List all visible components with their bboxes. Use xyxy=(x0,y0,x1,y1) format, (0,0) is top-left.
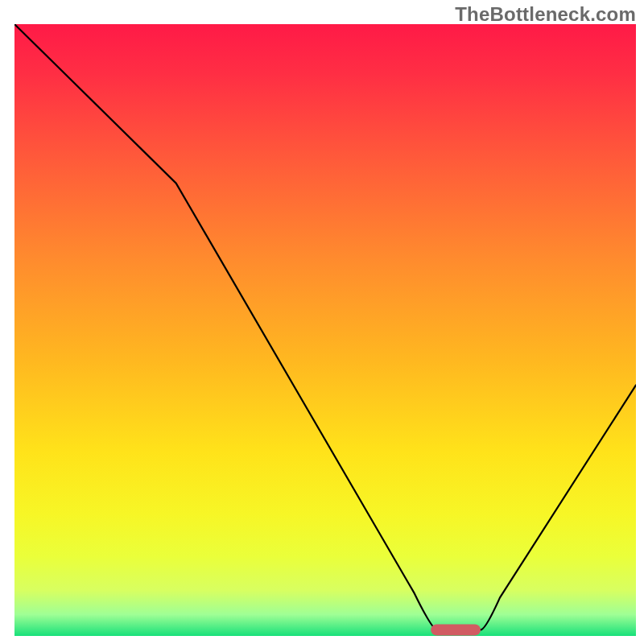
chart-svg xyxy=(0,0,644,644)
chart-canvas: TheBottleneck.com xyxy=(0,0,644,644)
optimal-range-marker xyxy=(431,624,481,635)
